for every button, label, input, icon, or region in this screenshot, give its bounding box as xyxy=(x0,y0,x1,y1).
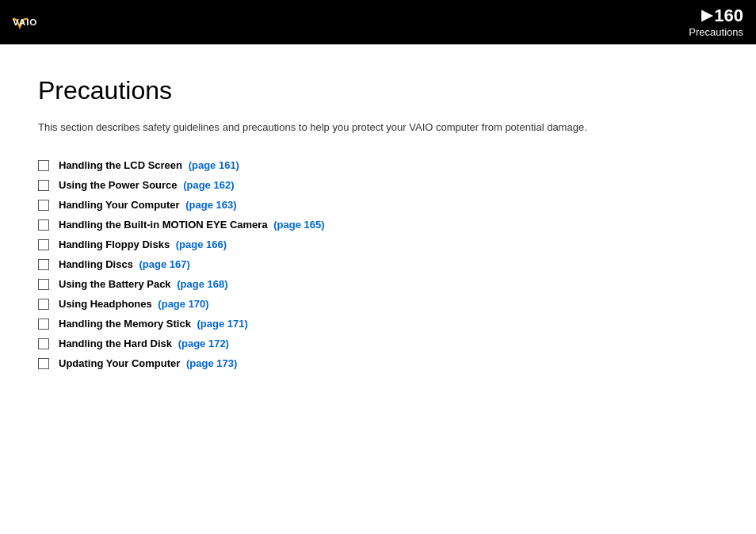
checkbox-icon xyxy=(38,279,49,290)
toc-list-item: Handling Your Computer (page 163) xyxy=(38,199,718,211)
header-page-info: ▶ 160 Precautions xyxy=(689,6,743,39)
toc-item-link[interactable]: (page 166) xyxy=(176,238,227,250)
toc-item-label: Updating Your Computer (page 173) xyxy=(59,357,237,369)
toc-item-label: Using the Battery Pack (page 168) xyxy=(59,278,228,290)
header-page-number: ▶ 160 xyxy=(689,6,743,26)
checkbox-icon xyxy=(38,338,49,349)
page-number: 160 xyxy=(714,6,743,26)
checkbox-icon xyxy=(38,239,49,250)
checkbox-icon xyxy=(38,160,49,171)
toc-item-label: Handling the Built-in MOTION EYE Camera … xyxy=(59,219,325,231)
toc-list-item: Handling the Memory Stick (page 171) xyxy=(38,318,718,330)
toc-item-link[interactable]: (page 165) xyxy=(273,219,324,231)
toc-item-link[interactable]: (page 167) xyxy=(139,258,190,270)
toc-list-item: Handling Floppy Disks (page 166) xyxy=(38,238,718,250)
checkbox-icon xyxy=(38,200,49,211)
toc-list-item: Handling the Hard Disk (page 172) xyxy=(38,338,718,349)
checkbox-icon xyxy=(38,259,49,270)
toc-item-label: Using the Power Source (page 162) xyxy=(59,179,234,191)
toc-list-item: Updating Your Computer (page 173) xyxy=(38,357,718,369)
page-header: VAIO ▶ 160 Precautions xyxy=(0,0,756,44)
header-section-label: Precautions xyxy=(689,26,743,39)
svg-text:VAIO: VAIO xyxy=(13,17,37,28)
page-title: Precautions xyxy=(38,76,718,105)
toc-list-item: Handling the LCD Screen (page 161) xyxy=(38,159,718,171)
toc-list-item: Handling Discs (page 167) xyxy=(38,258,718,270)
checkbox-icon xyxy=(38,358,49,369)
toc-item-label: Handling the LCD Screen (page 161) xyxy=(59,159,239,171)
toc-item-label: Handling the Memory Stick (page 171) xyxy=(59,318,248,330)
vaio-logo-svg: VAIO xyxy=(13,11,41,33)
toc-list: Handling the LCD Screen (page 161)Using … xyxy=(38,159,718,369)
toc-item-label: Handling Discs (page 167) xyxy=(59,258,190,270)
toc-item-link[interactable]: (page 173) xyxy=(186,357,237,369)
checkbox-icon xyxy=(38,219,49,231)
toc-item-label: Using Headphones (page 170) xyxy=(59,298,209,310)
checkbox-icon xyxy=(38,318,49,330)
toc-item-link[interactable]: (page 172) xyxy=(178,338,229,349)
checkbox-icon xyxy=(38,180,49,191)
toc-item-link[interactable]: (page 171) xyxy=(197,318,247,330)
page-description: This section describes safety guidelines… xyxy=(38,120,718,135)
toc-item-link[interactable]: (page 168) xyxy=(177,278,227,290)
toc-list-item: Handling the Built-in MOTION EYE Camera … xyxy=(38,219,718,231)
toc-item-label: Handling the Hard Disk (page 172) xyxy=(59,338,229,349)
toc-list-item: Using the Battery Pack (page 168) xyxy=(38,278,718,290)
toc-item-link[interactable]: (page 161) xyxy=(189,159,239,171)
toc-list-item: Using Headphones (page 170) xyxy=(38,298,718,310)
main-content: Precautions This section describes safet… xyxy=(0,44,756,401)
toc-item-link[interactable]: (page 163) xyxy=(185,199,236,211)
toc-item-link[interactable]: (page 162) xyxy=(183,179,234,191)
toc-item-label: Handling Floppy Disks (page 166) xyxy=(59,238,227,250)
toc-item-link[interactable]: (page 170) xyxy=(158,298,208,310)
vaio-logo: VAIO xyxy=(13,11,41,33)
toc-item-label: Handling Your Computer (page 163) xyxy=(59,199,237,211)
header-arrow-icon: ▶ xyxy=(701,7,712,25)
toc-list-item: Using the Power Source (page 162) xyxy=(38,179,718,191)
checkbox-icon xyxy=(38,299,49,310)
